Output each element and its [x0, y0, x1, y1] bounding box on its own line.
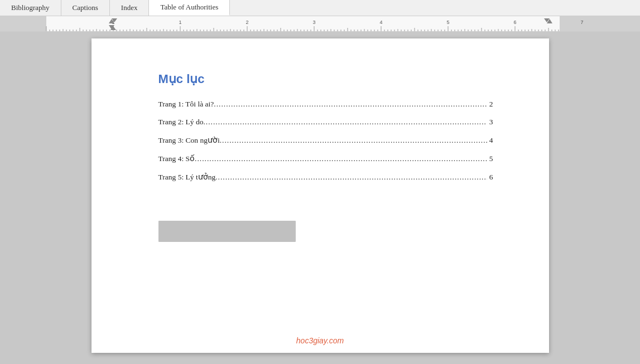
toc-dots-2: ........................................…	[203, 118, 487, 127]
toc-dots-1: ........................................…	[214, 100, 487, 109]
toc-entry-title-1: Trang 1: Tôi là ai?	[158, 100, 214, 109]
tab-captions[interactable]: Captions	[61, 0, 110, 16]
toc-entry-2: Trang 2: Lý do .........................…	[158, 118, 493, 127]
toc-entry-5: Trang 5: Lý tưởng ......................…	[158, 172, 493, 182]
tab-bar: Bibliography Captions Index Table of Aut…	[0, 0, 640, 16]
toc-entry-4: Trang 4: Số ............................…	[158, 154, 493, 163]
toc-page-1: 2	[489, 100, 493, 109]
right-indent-marker[interactable]	[544, 18, 550, 22]
toc-entry-3: Trang 3: Con người .....................…	[158, 135, 493, 145]
toc-page-3: 4	[489, 136, 493, 145]
toc-entry-title-2: Trang 2: Lý do	[158, 118, 204, 127]
toc-dots-5: ........................................…	[215, 173, 487, 182]
toc-dots-3: ........................................…	[220, 136, 487, 145]
watermark: hoc3giay.com	[296, 336, 344, 345]
toc-page-2: 3	[489, 118, 493, 127]
image-placeholder	[158, 221, 296, 242]
toc-entry-title-5: Trang 5: Lý tưởng	[158, 172, 216, 182]
document-page: Mục lục Trang 1: Tôi là ai? ............…	[92, 38, 549, 353]
hanging-indent-marker[interactable]	[110, 26, 116, 30]
tab-index[interactable]: Index	[110, 0, 150, 16]
left-indent-marker[interactable]	[112, 18, 117, 22]
ruler	[0, 16, 640, 32]
tab-bibliography[interactable]: Bibliography	[0, 0, 61, 16]
tab-table-of-authorities[interactable]: Table of Authorities	[149, 0, 230, 16]
toc-page-4: 5	[489, 154, 493, 163]
toc-dots-4: ........................................…	[195, 154, 487, 163]
toc-page-5: 6	[489, 173, 493, 182]
document-area: Mục lục Trang 1: Tôi là ai? ............…	[0, 32, 640, 364]
toc-entry-1: Trang 1: Tôi là ai? ....................…	[158, 100, 493, 109]
toc-title: Mục lục	[158, 72, 493, 86]
toc-entry-title-4: Trang 4: Số	[158, 154, 195, 163]
toc-entry-title-3: Trang 3: Con người	[158, 135, 220, 145]
